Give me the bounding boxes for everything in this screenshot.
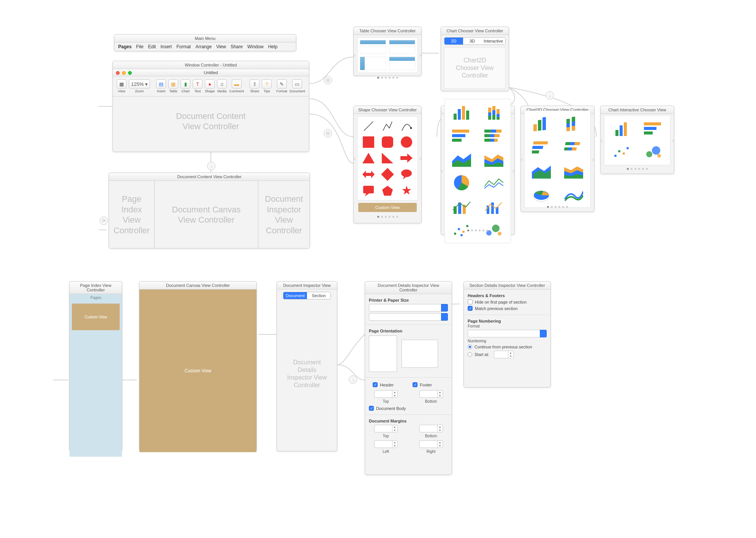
next-icon[interactable]: › [419, 52, 421, 58]
circle-shape[interactable] [401, 136, 412, 148]
header-top-stepper[interactable]: ▴▾ [374, 390, 398, 398]
prev-icon[interactable]: ‹ [601, 137, 603, 143]
chart-dimension-segmented[interactable]: 2D 3D Interactive [444, 37, 506, 45]
menu-arrange[interactable]: Arrange [195, 44, 212, 49]
interactive-scatter[interactable] [607, 143, 636, 161]
inspector-segmented[interactable]: Document Section [283, 292, 331, 299]
seg-3d[interactable]: 3D [463, 38, 482, 44]
text-icon[interactable]: T [193, 79, 202, 89]
line-chart[interactable] [480, 174, 509, 192]
match-previous-checkbox[interactable]: ✓ [468, 306, 473, 311]
stacked-hbar-chart[interactable] [480, 127, 509, 145]
two-axis-chart[interactable] [480, 197, 509, 215]
landscape-option[interactable] [402, 340, 438, 368]
hbar3d-chart[interactable] [527, 138, 556, 157]
paper-size-select[interactable] [369, 313, 442, 321]
format-icon[interactable]: ✎ [277, 79, 287, 89]
start-at-radio[interactable] [468, 352, 472, 357]
diamond-shape[interactable] [381, 168, 394, 181]
curve-shape[interactable] [401, 120, 412, 132]
hbar-chart[interactable] [447, 127, 476, 145]
margin-left-stepper[interactable]: ▴▾ [374, 440, 398, 448]
table-style-2[interactable] [389, 40, 415, 54]
square-shape[interactable] [363, 136, 374, 148]
polyline-shape[interactable] [382, 120, 393, 132]
document-icon[interactable]: ▭ [292, 79, 302, 89]
maximize-icon[interactable] [128, 71, 132, 75]
footer-bottom-stepper[interactable]: ▴▾ [419, 390, 443, 398]
area3d-chart[interactable] [527, 162, 556, 180]
right-triangle-shape[interactable] [382, 153, 393, 163]
line-shape[interactable] [363, 120, 374, 132]
format-select[interactable] [468, 330, 541, 337]
pie3d-chart[interactable] [527, 185, 556, 204]
seg-interactive[interactable]: Interactive [481, 38, 505, 44]
callout-shape[interactable] [361, 185, 376, 196]
seg-section[interactable]: Section [307, 292, 331, 299]
minimize-icon[interactable] [122, 71, 126, 75]
double-arrow-shape[interactable] [361, 168, 376, 180]
header-checkbox[interactable]: ✓ [373, 382, 378, 387]
media-icon[interactable]: ♫ [217, 79, 227, 89]
stacked-bar-chart[interactable] [480, 103, 509, 121]
hide-first-page-checkbox[interactable] [468, 299, 473, 304]
area-chart[interactable] [447, 150, 476, 168]
close-icon[interactable] [116, 71, 120, 75]
next-icon[interactable]: › [419, 155, 421, 161]
prev-icon[interactable]: ‹ [521, 156, 523, 162]
stacked-area-chart[interactable] [480, 150, 509, 168]
prev-icon[interactable]: ‹ [354, 155, 356, 161]
menu-share[interactable]: Share [231, 44, 243, 49]
share-icon[interactable]: ⇪ [250, 79, 259, 89]
pie-chart[interactable] [447, 174, 476, 192]
menu-file[interactable]: File [136, 44, 143, 49]
menu-format[interactable]: Format [176, 44, 191, 49]
seg-2d[interactable]: 2D [444, 38, 463, 44]
next-icon[interactable]: › [592, 156, 594, 162]
document-body-checkbox[interactable]: ✓ [369, 406, 374, 411]
shape-icon[interactable]: ● [205, 79, 215, 89]
prev-icon[interactable]: ‹ [354, 52, 356, 58]
dropdown-icon[interactable] [540, 330, 547, 337]
dropdown-icon[interactable] [441, 313, 448, 321]
speech-bubble-shape[interactable] [399, 168, 414, 180]
prev-icon[interactable]: ‹ [441, 168, 443, 174]
printer-select[interactable] [369, 304, 442, 312]
view-icon[interactable]: ▦ [117, 79, 127, 89]
next-icon[interactable]: › [512, 168, 514, 174]
shape-custom-view[interactable]: Custom View [358, 203, 417, 212]
pentagon-shape[interactable] [380, 185, 395, 196]
table-style-4[interactable] [389, 57, 415, 70]
dropdown-icon[interactable] [441, 304, 448, 312]
table-style-3[interactable] [360, 57, 386, 70]
table-style-1[interactable] [360, 40, 386, 54]
interactive-hbar[interactable] [639, 119, 668, 138]
rounded-square-shape[interactable] [382, 136, 393, 148]
footer-checkbox[interactable]: ✓ [413, 382, 418, 387]
bar3d-chart[interactable] [527, 115, 556, 133]
interactive-bar[interactable] [607, 119, 636, 138]
margin-bottom-stepper[interactable]: ▴▾ [419, 425, 443, 432]
menu-edit[interactable]: Edit [148, 44, 156, 49]
mixed-chart[interactable] [447, 197, 476, 215]
arrow-shape[interactable] [399, 152, 414, 164]
portrait-option[interactable] [369, 335, 397, 372]
next-icon[interactable]: › [672, 137, 674, 143]
start-at-stepper[interactable]: ▴▾ [494, 351, 514, 358]
comment-icon[interactable]: ▬ [232, 79, 242, 89]
table-icon[interactable]: ▦ [168, 79, 178, 89]
menu-view[interactable]: View [216, 44, 226, 49]
margin-right-stepper[interactable]: ▴▾ [419, 440, 443, 448]
bar-chart[interactable] [447, 103, 476, 121]
stacked-bar3d-chart[interactable] [560, 115, 588, 133]
continue-radio[interactable] [468, 345, 472, 349]
triangle-shape[interactable] [362, 153, 375, 163]
zoom-select[interactable]: 125% ▾ [129, 79, 150, 89]
stacked-area3d-chart[interactable] [560, 162, 588, 180]
tips-icon[interactable]: ? [262, 79, 272, 89]
menu-pages[interactable]: Pages [118, 44, 131, 49]
menu-window[interactable]: Window [247, 44, 264, 49]
star-shape[interactable]: ★ [399, 185, 414, 196]
margin-top-stepper[interactable]: ▴▾ [374, 425, 398, 432]
menu-insert[interactable]: Insert [160, 44, 172, 49]
